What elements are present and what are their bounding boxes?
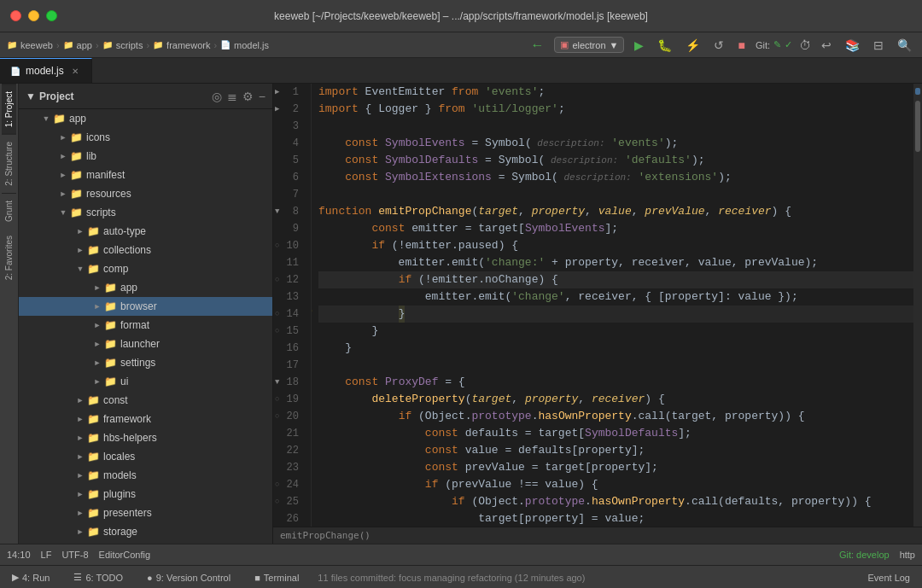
code-line-19[interactable]: deleteProperty(target, property, receive… <box>318 391 913 408</box>
panel-minimize-icon[interactable]: − <box>259 90 266 103</box>
breadcrumb-keeweb[interactable]: keeweb <box>20 40 53 50</box>
editor-scrollbar[interactable] <box>913 84 922 527</box>
breadcrumb-scripts[interactable]: scripts <box>116 40 143 50</box>
tree-item-format[interactable]: ► 📁 format <box>19 316 272 335</box>
code-line-17[interactable] <box>318 357 913 374</box>
bulb-icon[interactable]: 💡 <box>312 306 314 323</box>
tree-item-presenters[interactable]: ► 📁 presenters <box>19 504 272 522</box>
tree-item-launcher[interactable]: ► 📁 launcher <box>19 335 272 353</box>
git-history-button[interactable]: ⏱ <box>796 37 814 54</box>
code-line-3[interactable] <box>318 118 913 135</box>
git-revert-button[interactable]: ↩ <box>818 37 835 54</box>
tree-item-scripts[interactable]: ▼ 📁 scripts <box>19 203 272 222</box>
tree-arrow-icon: ► <box>90 283 104 292</box>
code-line-22[interactable]: const value = defaults[property]; <box>318 442 913 459</box>
code-line-9[interactable]: const emitter = target[SymbolEvents]; <box>318 220 913 237</box>
rerun-button[interactable]: ↺ <box>710 37 727 54</box>
tree-item-models[interactable]: ► 📁 models <box>19 466 272 485</box>
tree-item-storage[interactable]: ► 📁 storage <box>19 522 272 541</box>
close-button[interactable] <box>10 10 21 21</box>
tree-item-const[interactable]: ► 📁 const <box>19 391 272 410</box>
line-num-19: ○ 19 <box>273 391 304 408</box>
tree-item-util[interactable]: ► 📁 util <box>19 541 272 544</box>
tree-item-auto-type[interactable]: ► 📁 auto-type <box>19 222 272 241</box>
code-line-11[interactable]: emitter.emit('change:' + property, recei… <box>318 254 913 271</box>
tree-item-resources[interactable]: ► 📁 resources <box>19 184 272 203</box>
tree-item-ui[interactable]: ► 📁 ui <box>19 372 272 391</box>
git-pencil-icon[interactable]: ✎ <box>773 39 781 50</box>
minimize-button[interactable] <box>28 10 39 21</box>
panel-settings-icon[interactable]: ⚙ <box>242 90 254 103</box>
breadcrumb-app[interactable]: app <box>77 40 92 50</box>
code-line-18[interactable]: const ProxyDef = { <box>318 374 913 391</box>
run-tab[interactable]: ▶ 4: Run <box>7 570 55 585</box>
sidebar-tab-project[interactable]: 1: Project <box>2 84 16 134</box>
status-git-branch[interactable]: Git: develop <box>839 550 890 560</box>
tree-item-plugins[interactable]: ► 📁 plugins <box>19 485 272 504</box>
scrollbar-thumb[interactable] <box>915 101 920 152</box>
debug-button[interactable]: 🐛 <box>654 37 675 54</box>
code-line-8[interactable]: function emitPropChange(target, property… <box>318 203 913 220</box>
run-config-dropdown[interactable]: ▣ electron ▼ <box>554 37 624 53</box>
tree-item-settings[interactable]: ► 📁 settings <box>19 353 272 372</box>
code-line-13[interactable]: emitter.emit('change', receiver, { [prop… <box>318 288 913 306</box>
maximize-button[interactable] <box>46 10 57 21</box>
sidebar-tab-structure[interactable]: 2: Structure <box>2 134 16 193</box>
code-line-24[interactable]: if (prevValue !== value) { <box>318 476 913 493</box>
tree-item-comp-app[interactable]: ► 📁 app <box>19 278 272 297</box>
sidebar-tab-grunt[interactable]: Grunt <box>2 193 16 229</box>
panel-dropdown-icon[interactable]: ▼ <box>26 90 36 102</box>
tree-label: manifest <box>86 169 125 181</box>
token-fn: emitPropChange <box>378 203 471 220</box>
tab-close-button[interactable]: ✕ <box>69 65 81 77</box>
tree-item-lib[interactable]: ► 📁 lib <box>19 147 272 166</box>
tree-item-app[interactable]: ▼ 📁 app <box>19 109 272 128</box>
tree-item-framework[interactable]: ► 📁 framework <box>19 410 272 428</box>
run-config-icon: ▣ <box>560 39 569 50</box>
event-log-tab[interactable]: Event Log <box>862 571 915 585</box>
terminal-tab[interactable]: ■ Terminal <box>249 571 304 585</box>
coverage-button[interactable]: ⚡ <box>682 37 703 54</box>
code-line-6[interactable]: const SymbolExtensions = Symbol( descrip… <box>318 169 913 186</box>
locate-file-icon[interactable]: ◎ <box>212 90 222 103</box>
code-lines[interactable]: import EventEmitter from 'events'; impor… <box>312 84 913 527</box>
tree-item-comp[interactable]: ▼ 📁 comp <box>19 259 272 278</box>
code-line-7[interactable] <box>318 186 913 203</box>
token: (Object. <box>411 408 471 425</box>
code-line-26[interactable]: target[property] = value; <box>318 510 913 527</box>
breadcrumb-framework[interactable]: framework <box>166 40 210 50</box>
code-line-25[interactable]: if (Object.prototype.hasOwnProperty.call… <box>318 493 913 510</box>
todo-tab[interactable]: ☰ 6: TODO <box>68 570 128 585</box>
back-nav-button[interactable]: ← <box>527 36 547 55</box>
code-line-20[interactable]: if (Object.prototype.hasOwnProperty.call… <box>318 408 913 425</box>
code-line-14[interactable]: 💡 } <box>318 306 913 323</box>
code-line-4[interactable]: const SymbolEvents = Symbol( description… <box>318 135 913 152</box>
tree-item-hbs-helpers[interactable]: ► 📁 hbs-helpers <box>19 428 272 447</box>
split-view-button[interactable]: ⊟ <box>870 37 887 54</box>
stop-button[interactable]: ■ <box>734 37 748 54</box>
tree-item-icons[interactable]: ► 📁 icons <box>19 128 272 147</box>
run-button[interactable]: ▶ <box>631 37 647 54</box>
breadcrumb-file[interactable]: model.js <box>234 40 269 50</box>
code-line-16[interactable]: } <box>318 340 913 357</box>
window-controls[interactable] <box>10 10 57 21</box>
code-line-10[interactable]: if (!emitter.paused) { <box>318 237 913 254</box>
fold-marker-20: ○ <box>275 408 279 425</box>
search-button[interactable]: 🔍 <box>894 37 915 54</box>
tab-model-js[interactable]: 📄 model.js ✕ <box>0 58 92 83</box>
code-line-5[interactable]: const SymbolDefaults = Symbol( descripti… <box>318 152 913 169</box>
tree-item-browser[interactable]: ► 📁 browser <box>19 297 272 316</box>
tree-item-locales[interactable]: ► 📁 locales <box>19 447 272 466</box>
tree-item-collections[interactable]: ► 📁 collections <box>19 241 272 259</box>
tree-item-manifest[interactable]: ► 📁 manifest <box>19 166 272 184</box>
sidebar-tab-favorites[interactable]: 2: Favorites <box>2 229 16 287</box>
code-line-1[interactable]: import EventEmitter from 'events'; <box>318 84 913 101</box>
code-line-2[interactable]: import { Logger } from 'util/logger'; <box>318 101 913 118</box>
code-line-12[interactable]: if (!emitter.noChange) { <box>318 271 913 288</box>
bookmarks-button[interactable]: 📚 <box>842 37 863 54</box>
code-line-23[interactable]: const prevValue = target[property]; <box>318 459 913 476</box>
vcs-tab[interactable]: ● 9: Version Control <box>142 571 236 585</box>
code-line-15[interactable]: } <box>318 323 913 340</box>
code-line-21[interactable]: const defaults = target[SymbolDefaults]; <box>318 425 913 442</box>
collapse-all-icon[interactable]: ≣ <box>227 90 237 103</box>
